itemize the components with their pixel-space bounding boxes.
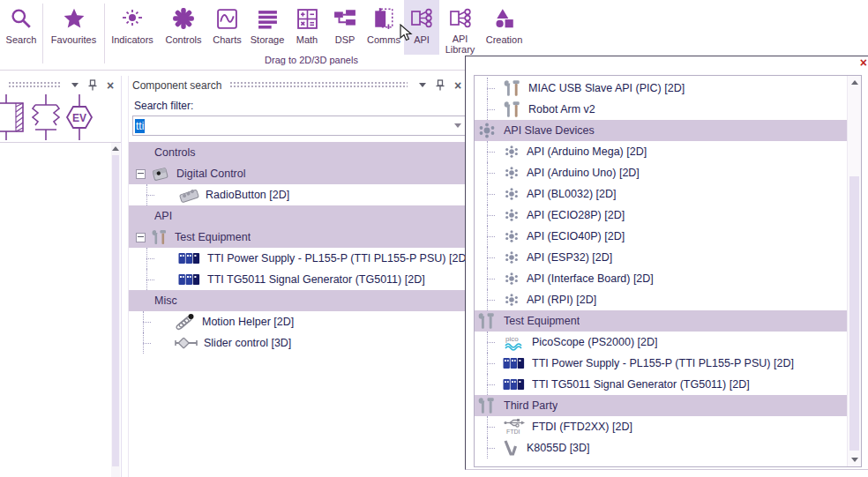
list-item-label: Robot Arm v2 (528, 103, 595, 116)
tree-item[interactable]: RadioButton [2D] (129, 184, 468, 205)
list-item[interactable]: Robot Arm v2 (475, 99, 848, 120)
app-window: Search Favourites (0, 0, 868, 477)
toolbar-button-creation[interactable]: Creation (481, 0, 528, 55)
list-category-label: Test Equipment (504, 315, 580, 327)
tti-instrument-icon (503, 378, 526, 391)
toolbar-button-indicators[interactable]: Indicators (105, 0, 160, 55)
tools-icon (503, 78, 522, 98)
panel-menu-button[interactable] (415, 79, 430, 92)
api-devices-icon (476, 121, 498, 140)
motion-helper-icon (175, 313, 196, 331)
list-item[interactable]: API (Arduino Mega) [2D] (475, 141, 848, 162)
gear-icon (172, 5, 195, 32)
list-item[interactable]: API (Arduino Uno) [2D] (475, 162, 848, 183)
scroll-up-arrow[interactable] (111, 143, 120, 153)
panel-pin-button[interactable] (433, 79, 447, 92)
toolbar-label: Controls (166, 34, 202, 45)
toolbar-button-comms[interactable]: Comms (363, 0, 404, 55)
tree-label: Digital Control (176, 168, 246, 180)
search-icon (10, 5, 33, 32)
dsp-blocks-icon (333, 5, 356, 32)
tree-label: TTI TG5011 Signal Generator (TG5011) [2D… (207, 273, 425, 286)
panel-pin-button[interactable] (86, 79, 100, 92)
list-category[interactable]: API Slave Devices (475, 120, 848, 141)
list-category[interactable]: Third Party (475, 395, 848, 416)
tree-category[interactable]: API (129, 205, 468, 227)
list-item[interactable]: MIAC USB Slave API (PIC) [2D] (475, 78, 848, 99)
toolbar-button-api-library[interactable]: API Library (439, 0, 481, 55)
popup-close-button[interactable]: × (860, 57, 867, 69)
toolbar-button-charts[interactable]: Charts (207, 0, 247, 55)
toolbar-label: Charts (213, 34, 241, 45)
tree-branch[interactable]: Test Equipment (129, 227, 468, 248)
toolbar-label: Creation (486, 34, 523, 45)
list-item[interactable]: API (Interface Board) [2D] (475, 268, 848, 289)
titlebar-drag-texture[interactable] (229, 81, 408, 89)
titlebar-drag-texture[interactable] (8, 81, 60, 89)
panel-title: Component search (132, 79, 221, 92)
list-item[interactable]: TTI Power Supply - PL155-P (TTI PL155-P … (475, 353, 848, 374)
tree-label: TTI Power Supply - PL155-P (TTI PL155-P … (207, 252, 468, 265)
list-item[interactable]: K8055D [3D] (475, 437, 848, 458)
tree-category[interactable]: Controls (129, 142, 468, 163)
combo-dropdown-icon[interactable] (454, 123, 461, 128)
list-item[interactable]: API (RPI) [2D] (475, 289, 848, 310)
list-item[interactable]: TTI TG5011 Signal Generator (TG5011) [2D… (475, 374, 848, 395)
search-filter-input[interactable]: tti (132, 116, 467, 136)
api-device-icon (503, 165, 520, 181)
api-device-icon (503, 207, 520, 223)
digital-control-icon (151, 166, 170, 182)
search-results-tree: Controls Digital Control RadioButton [2D… (129, 142, 468, 477)
api-device-icon (503, 144, 520, 160)
toolbar-label: DSP (335, 34, 355, 45)
tree-branch[interactable]: Digital Control (129, 163, 468, 184)
tree-item[interactable]: TTI Power Supply - PL155-P (TTI PL155-P … (129, 248, 468, 269)
toolbar-button-controls[interactable]: Controls (160, 0, 207, 55)
list-item[interactable]: API (ECIO40P) [2D] (475, 226, 848, 247)
left-panel-scrollbar[interactable] (111, 143, 120, 477)
storage-stack-icon (257, 5, 279, 32)
list-item[interactable]: API (ECIO28P) [2D] (475, 205, 848, 226)
list-category[interactable]: Test Equipment (475, 310, 848, 332)
toolbar-button-favourites[interactable]: Favourites (43, 0, 104, 55)
list-item-label: API (BL0032) [2D] (527, 188, 616, 200)
list-category-label: API Slave Devices (504, 124, 595, 137)
mouse-cursor (400, 24, 414, 47)
collapse-icon[interactable] (136, 233, 146, 242)
tree-item[interactable]: Motion Helper [2D] (129, 311, 468, 332)
toolbar-button-storage[interactable]: Storage (247, 0, 288, 55)
component-symbols-panel: × (0, 76, 122, 477)
tree-item[interactable]: TTI TG5011 Signal Generator (TG5011) [2D… (129, 269, 468, 290)
list-item[interactable]: FTDI FTDI (FTD2XX) [2D] (475, 416, 848, 437)
slider-control-icon (175, 337, 198, 349)
left-panel-list (0, 142, 121, 477)
panel-close-button[interactable]: × (103, 79, 117, 92)
tools-icon (476, 311, 498, 331)
scroll-up-arrow[interactable] (848, 76, 861, 88)
tree-label: RadioButton [2D] (206, 189, 289, 201)
collapse-icon[interactable] (136, 169, 146, 179)
panel-close-button[interactable]: × (451, 79, 465, 92)
scroll-thumb[interactable] (849, 176, 859, 451)
toolbar-button-dsp[interactable]: DSP (326, 0, 363, 55)
panel-menu-button[interactable] (68, 79, 82, 92)
list-item[interactable]: API (BL0032) [2D] (475, 183, 848, 205)
list-item[interactable]: API (ESP32) [2D] (475, 247, 848, 268)
scroll-down-arrow[interactable] (848, 453, 861, 466)
toolbar-button-search[interactable]: Search (0, 0, 42, 55)
list-item[interactable]: pico PicoScope (PS2000) [2D] (475, 332, 848, 353)
api-device-icon (503, 292, 520, 308)
tree-category[interactable]: Misc (129, 290, 468, 311)
component-search-panel: Component search × Search filter: tti Co… (128, 76, 468, 477)
tree-item[interactable]: Slider control [3D] (129, 332, 468, 354)
ftdi-usb-icon: FTDI (503, 417, 526, 436)
tree-label: Motion Helper [2D] (202, 316, 294, 328)
chevron-down-icon (419, 83, 426, 87)
search-panel-titlebar: Component search × (129, 76, 468, 94)
list-category-label: Third Party (504, 399, 557, 412)
popup-scrollbar[interactable] (847, 76, 861, 466)
velleman-icon (503, 439, 520, 457)
toolbar-button-math[interactable]: Math (288, 0, 326, 55)
scroll-thumb[interactable] (112, 155, 119, 466)
list-item-label: MIAC USB Slave API (PIC) [2D] (528, 82, 685, 94)
